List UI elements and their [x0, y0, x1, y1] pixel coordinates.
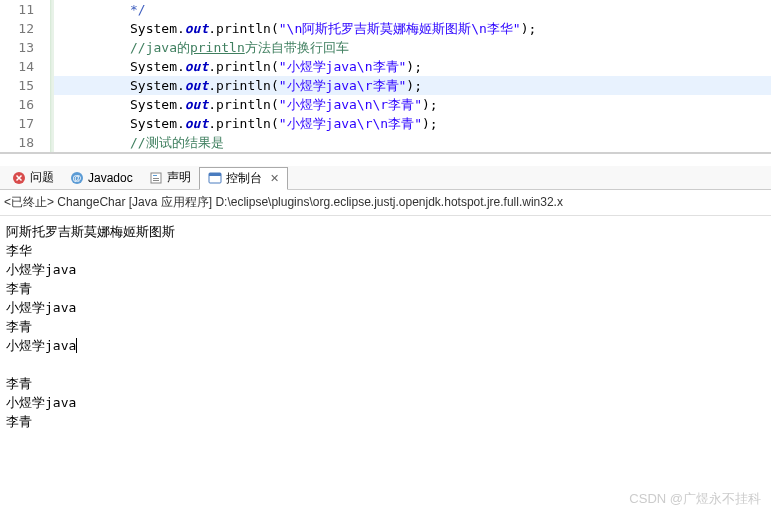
output-line: 李青	[6, 374, 765, 393]
output-line: 小煜学java	[6, 298, 765, 317]
output-line: 李华	[6, 241, 765, 260]
line-number: 13	[0, 38, 54, 57]
process-status: <已终止> ChangeChar [Java 应用程序] D:\eclipse\…	[0, 190, 771, 216]
tab-label: 控制台	[226, 170, 262, 187]
svg-rect-6	[153, 180, 159, 181]
tab-declaration[interactable]: 声明	[141, 167, 199, 188]
output-line: 李青	[6, 279, 765, 298]
svg-rect-5	[153, 178, 159, 179]
output-line: 小煜学java	[6, 336, 765, 355]
code-line-content: System.out.println("小煜学java\n\r李青");	[54, 95, 438, 114]
bottom-panel: 问题 @ Javadoc 声明 控制台 ✕ <已终止> ChangeChar […	[0, 166, 771, 437]
svg-rect-4	[153, 175, 157, 176]
code-line-content: //java的println方法自带换行回车	[54, 38, 349, 57]
declaration-icon	[149, 171, 163, 185]
error-icon	[12, 171, 26, 185]
tab-problems[interactable]: 问题	[4, 167, 62, 188]
code-line-content: System.out.println("小煜学java\r李青");	[54, 76, 422, 95]
line-number: 14	[0, 57, 54, 76]
close-icon[interactable]: ✕	[270, 172, 279, 185]
tabs-bar: 问题 @ Javadoc 声明 控制台 ✕	[0, 166, 771, 190]
svg-text:@: @	[73, 173, 82, 183]
code-line-content: System.out.println("小煜学java\r\n李青");	[54, 114, 438, 133]
output-line: 小煜学java	[6, 260, 765, 279]
output-line: 李青	[6, 412, 765, 431]
line-number: 17	[0, 114, 54, 133]
code-line-content: System.out.println("小煜学java\n李青");	[54, 57, 422, 76]
line-number: 12	[0, 19, 54, 38]
tab-label: 问题	[30, 169, 54, 186]
line-number: 18	[0, 133, 54, 152]
code-line-content: System.out.println("\n阿斯托罗吉斯莫娜梅姬斯图斯\n李华"…	[54, 19, 536, 38]
svg-rect-8	[209, 173, 221, 176]
tab-label: Javadoc	[88, 171, 133, 185]
tab-javadoc[interactable]: @ Javadoc	[62, 169, 141, 187]
code-line-content: //测试的结果是	[54, 133, 224, 152]
console-icon	[208, 171, 222, 185]
watermark: CSDN @广煜永不挂科	[629, 490, 761, 508]
line-number: 16	[0, 95, 54, 114]
tab-console[interactable]: 控制台 ✕	[199, 167, 288, 190]
code-editor[interactable]: 11 */ 12 System.out.println("\n阿斯托罗吉斯莫娜梅…	[0, 0, 771, 154]
output-line: 小煜学java	[6, 393, 765, 412]
console-output[interactable]: 阿斯托罗吉斯莫娜梅姬斯图斯 李华 小煜学java 李青 小煜学java 李青 小…	[0, 216, 771, 437]
tab-label: 声明	[167, 169, 191, 186]
output-line: 李青	[6, 317, 765, 336]
line-number: 15	[0, 76, 54, 95]
code-line-content: */	[54, 0, 146, 19]
output-line	[6, 355, 765, 374]
output-line: 阿斯托罗吉斯莫娜梅姬斯图斯	[6, 222, 765, 241]
javadoc-icon: @	[70, 171, 84, 185]
line-number: 11	[0, 0, 54, 19]
